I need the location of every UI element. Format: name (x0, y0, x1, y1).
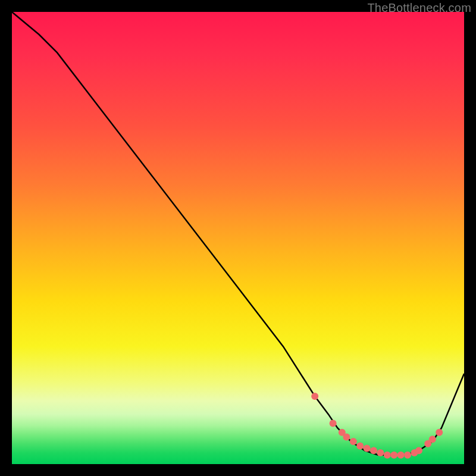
marker-dot (350, 438, 357, 445)
marker-dot (330, 420, 337, 427)
marker-dot (404, 452, 411, 459)
series-curve (12, 12, 464, 455)
marker-dot (390, 452, 397, 459)
marker-dots (311, 393, 443, 459)
marker-dot (343, 433, 350, 440)
marker-dot (397, 452, 405, 459)
marker-dot (436, 429, 443, 436)
marker-dot (384, 452, 391, 459)
chart-svg (12, 12, 464, 464)
marker-dot (429, 436, 436, 443)
marker-dot (377, 449, 384, 456)
marker-dot (311, 393, 318, 400)
marker-dot (356, 443, 364, 450)
plot-area (12, 12, 464, 464)
marker-dot (364, 444, 371, 452)
marker-dot (415, 447, 422, 454)
chart-frame: TheBottleneck.com (0, 0, 476, 476)
watermark-text: TheBottleneck.com (367, 1, 471, 15)
marker-dot (370, 447, 377, 454)
